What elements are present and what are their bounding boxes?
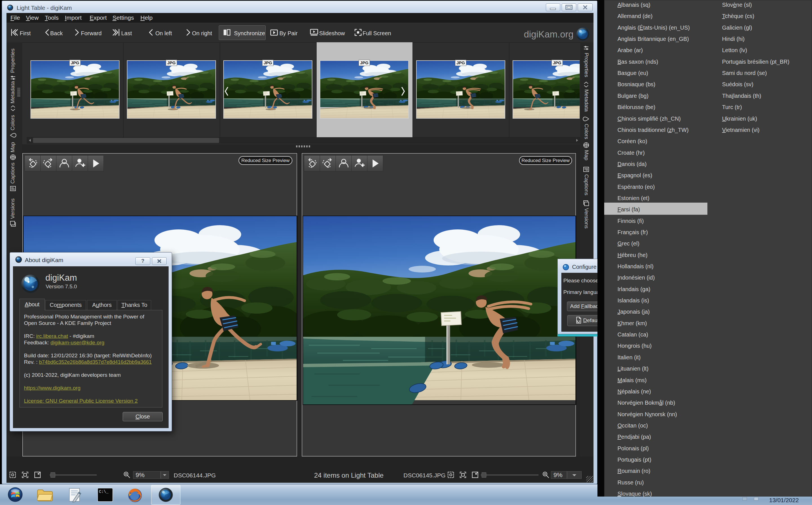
svg-text:C:\_: C:\_ xyxy=(99,490,109,494)
